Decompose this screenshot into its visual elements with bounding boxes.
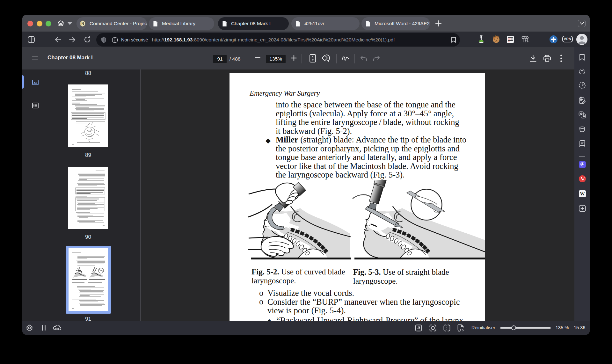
svg-text:W: W bbox=[580, 191, 585, 196]
svg-text:N: N bbox=[82, 22, 84, 25]
